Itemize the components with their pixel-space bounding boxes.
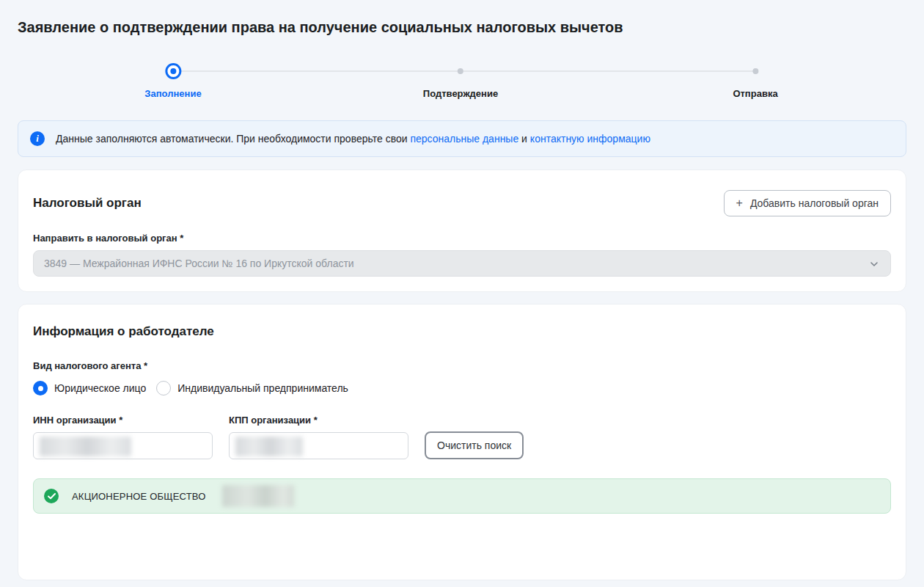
- check-icon: [44, 489, 59, 503]
- kpp-field-group: КПП организации *: [229, 415, 408, 459]
- radio-legal-entity-label: Юридическое лицо: [54, 382, 146, 394]
- page-title: Заявление о подтверждении права на получ…: [18, 18, 906, 37]
- agent-type-radio-group: Юридическое лицо Индивидуальный предприн…: [33, 381, 891, 395]
- chevron-down-icon: [868, 258, 880, 272]
- inn-input[interactable]: [34, 433, 212, 459]
- radio-legal-entity[interactable]: Юридическое лицо: [33, 381, 146, 395]
- clear-search-button[interactable]: Очистить поиск: [425, 431, 524, 459]
- info-icon: i: [30, 131, 45, 146]
- kpp-field-label: КПП организации *: [229, 415, 408, 426]
- radio-unselected-icon: [156, 381, 171, 395]
- step-pending-dot-icon: [752, 68, 758, 74]
- radio-individual-entrepreneur[interactable]: Индивидуальный предприниматель: [156, 381, 348, 395]
- info-banner-text: Данные заполняются автоматически. При не…: [56, 133, 650, 145]
- add-tax-authority-button-label: Добавить налоговый орган: [750, 197, 879, 209]
- employer-info-card: Информация о работодателе Вид налогового…: [18, 304, 906, 580]
- add-tax-authority-button[interactable]: + Добавить налоговый орган: [724, 190, 891, 216]
- radio-selected-icon: [33, 381, 48, 395]
- inn-field-label: ИНН организации *: [33, 415, 213, 426]
- employer-name-redaction-blur: [222, 485, 294, 507]
- inn-input-wrapper: [33, 432, 213, 459]
- plus-icon: +: [736, 197, 743, 209]
- step-pending-dot-icon: [458, 68, 463, 74]
- step-label: Заполнение: [144, 88, 201, 99]
- employer-found-success-banner: АКЦИОНЕРНОЕ ОБЩЕСТВО: [33, 478, 891, 514]
- step-active-dot-icon: [165, 63, 181, 79]
- contact-info-link[interactable]: контактную информацию: [530, 133, 650, 145]
- personal-data-link[interactable]: персональные данные: [410, 133, 518, 145]
- kpp-input[interactable]: [230, 433, 408, 459]
- progress-stepper: Заполнение Подтверждение Отправка: [18, 54, 906, 101]
- step-otpravka[interactable]: Отправка: [733, 54, 777, 99]
- auto-fill-info-banner: i Данные заполняются автоматически. При …: [18, 120, 906, 157]
- tax-authority-heading: Налоговый орган: [33, 195, 142, 211]
- employer-name-text: АКЦИОНЕРНОЕ ОБЩЕСТВО: [72, 491, 206, 502]
- tax-authority-select[interactable]: 3849 — Межрайонная ИФНС России № 16 по И…: [33, 250, 891, 277]
- employer-info-heading: Информация о работодателе: [33, 324, 891, 340]
- step-label: Отправка: [733, 88, 777, 99]
- tax-authority-select-value: 3849 — Межрайонная ИФНС России № 16 по И…: [44, 258, 354, 269]
- agent-type-label: Вид налогового агента *: [33, 360, 891, 372]
- tax-authority-card: Налоговый орган + Добавить налоговый орг…: [18, 169, 906, 292]
- radio-individual-entrepreneur-label: Индивидуальный предприниматель: [177, 382, 348, 394]
- info-text-before: Данные заполняются автоматически. При не…: [56, 133, 410, 145]
- step-label: Подтверждение: [423, 88, 498, 99]
- info-text-and: и: [518, 133, 530, 145]
- tax-authority-field-label: Направить в налоговый орган *: [33, 233, 891, 244]
- kpp-input-wrapper: [229, 432, 408, 459]
- application-page: Заявление о подтверждении права на получ…: [0, 0, 924, 587]
- step-zapolnenie[interactable]: Заполнение: [144, 54, 201, 99]
- step-podtverzhdenie[interactable]: Подтверждение: [423, 54, 498, 99]
- inn-field-group: ИНН организации *: [33, 415, 213, 459]
